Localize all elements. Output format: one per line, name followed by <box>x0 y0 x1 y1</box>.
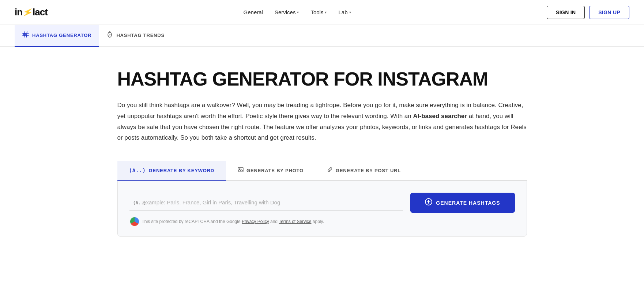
nav-label-tools: Tools <box>310 9 323 15</box>
tab-generate-photo[interactable]: GENERATE BY PHOTO <box>226 161 315 181</box>
recaptcha-text: This site protected by reCAPTCHA and the… <box>142 219 324 224</box>
nav-item-general[interactable]: General <box>238 6 268 18</box>
link-icon <box>327 167 333 174</box>
logo-text-before: in <box>15 7 22 18</box>
input-wrap: (A..) <box>129 194 403 211</box>
generate-button-label: GENERATE HASHTAGS <box>436 200 500 206</box>
chevron-down-icon: ▾ <box>325 10 327 14</box>
tab-hashtag-generator-label: HASHTAG GENERATOR <box>32 33 91 38</box>
tab-hashtag-trends-label: HASHTAG TRENDS <box>116 33 165 38</box>
tab-keyword-label: GENERATE BY KEYWORD <box>149 168 214 173</box>
recaptcha-logo-icon <box>130 217 139 226</box>
nav-label-general: General <box>244 9 263 15</box>
hashtag-trends-icon <box>106 31 113 40</box>
page-title: HASHTAG GENERATOR FOR INSTAGRAM <box>117 69 527 90</box>
svg-rect-1 <box>238 167 243 172</box>
tab-hashtag-generator[interactable]: HASHTAG GENERATOR <box>15 25 99 47</box>
recaptcha-privacy-link[interactable]: Privacy Policy <box>242 219 269 224</box>
recaptcha-prefix: This site protected by reCAPTCHA and the… <box>142 219 242 224</box>
nav-item-tools[interactable]: Tools ▾ <box>305 6 332 18</box>
plus-circle-icon <box>425 198 432 207</box>
nav-item-services[interactable]: Services ▾ <box>270 6 304 18</box>
hashtag-generator-icon <box>22 31 29 40</box>
header: in⚡lact General Services ▾ Tools ▾ Lab ▾… <box>0 0 644 25</box>
keyword-input[interactable] <box>129 194 403 211</box>
nav-label-services: Services <box>275 9 296 15</box>
generate-tabs: (A..) GENERATE BY KEYWORD GENERATE BY PH… <box>117 161 527 181</box>
page-description: Do you still think hashtags are a walkov… <box>117 100 527 143</box>
desc-bold: AI-based searcher <box>413 113 467 120</box>
input-keyword-icon: (A..) <box>133 200 146 205</box>
recaptcha-end: apply. <box>312 219 324 224</box>
logo-text-after: lact <box>33 7 48 18</box>
header-actions: SIGN IN SIGN UP <box>547 6 629 19</box>
logo[interactable]: in⚡lact <box>15 7 48 18</box>
chevron-down-icon: ▾ <box>349 10 351 14</box>
main-content: HASHTAG GENERATOR FOR INSTAGRAM Do you s… <box>103 47 542 251</box>
recaptcha-notice: This site protected by reCAPTCHA and the… <box>129 217 515 226</box>
keyword-icon: (A..) <box>129 167 146 173</box>
tab-generate-keyword[interactable]: (A..) GENERATE BY KEYWORD <box>117 161 226 181</box>
signin-button[interactable]: SIGN IN <box>547 6 585 19</box>
generate-hashtags-button[interactable]: GENERATE HASHTAGS <box>410 193 515 213</box>
signup-button[interactable]: SIGN UP <box>589 6 629 19</box>
main-nav: General Services ▾ Tools ▾ Lab ▾ <box>238 6 356 18</box>
sub-nav: HASHTAG GENERATOR HASHTAG TRENDS <box>0 25 644 47</box>
generate-section: (A..) GENERATE HASHTAGS This site protec… <box>117 181 527 237</box>
tab-photo-label: GENERATE BY PHOTO <box>246 168 304 173</box>
recaptcha-tos-link[interactable]: Terms of Service <box>279 219 311 224</box>
nav-label-lab: Lab <box>338 9 347 15</box>
logo-lightning: ⚡ <box>22 7 33 18</box>
recaptcha-and: and <box>269 219 279 224</box>
photo-icon <box>238 167 244 174</box>
chevron-down-icon: ▾ <box>297 10 299 14</box>
nav-item-lab[interactable]: Lab ▾ <box>333 6 356 18</box>
tab-hashtag-trends[interactable]: HASHTAG TRENDS <box>99 25 172 47</box>
tab-generate-url[interactable]: GENERATE BY POST URL <box>315 161 413 181</box>
tab-url-label: GENERATE BY POST URL <box>336 168 401 173</box>
input-row: (A..) GENERATE HASHTAGS <box>129 193 515 213</box>
